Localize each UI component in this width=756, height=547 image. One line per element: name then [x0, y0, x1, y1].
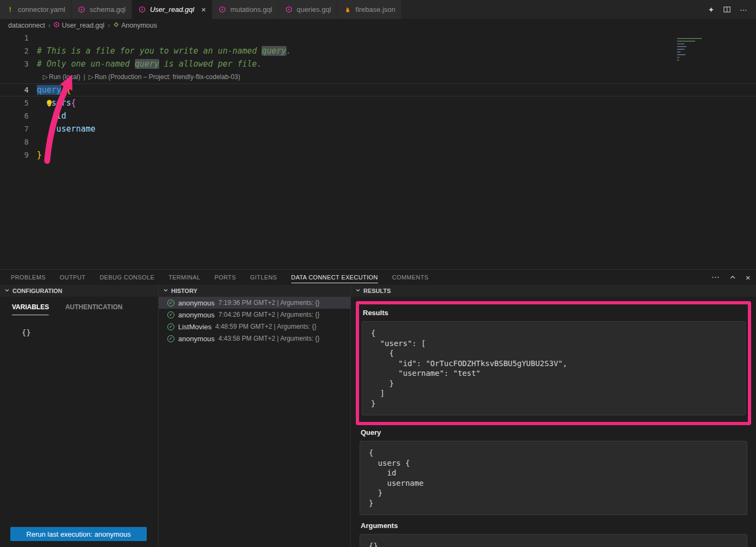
play-icon: ▷ — [43, 73, 48, 81]
comment-text: is allowed per file. — [159, 59, 262, 69]
line-number: 2 — [0, 44, 37, 57]
breadcrumb-label: User_read.gql — [62, 22, 105, 29]
copilot-sparkle-icon[interactable]: ✦ — [708, 5, 714, 14]
codelens-run-local[interactable]: ▷Run (local) — [43, 73, 80, 81]
lightbulb-icon[interactable] — [45, 99, 53, 107]
codelens-run-production[interactable]: ▷Run (Production – Project: friendly-fli… — [88, 73, 240, 81]
panel-tab-debug-console[interactable]: DEBUG CONSOLE — [100, 271, 154, 283]
results-header[interactable]: RESULTS — [351, 285, 756, 297]
panel-tab-comments[interactable]: COMMENTS — [392, 271, 428, 283]
tab-firebase-json[interactable]: firebase.json — [337, 0, 402, 19]
section-title: HISTORY — [171, 288, 197, 294]
check-circle-icon: ✓ — [167, 299, 174, 307]
history-item-name: anonymous — [178, 335, 214, 343]
breadcrumb: dataconnect › User_read.gql › Anonymous — [0, 19, 756, 31]
arguments-label: Arguments — [361, 522, 747, 530]
close-panel-icon[interactable]: × — [746, 273, 751, 282]
brace: } — [37, 150, 42, 160]
line-number: 1 — [0, 31, 37, 44]
more-actions-icon[interactable]: ⋯ — [740, 5, 747, 14]
breadcrumb-item-dataconnect[interactable]: dataconnect — [8, 22, 45, 29]
section-title: RESULTS — [363, 288, 391, 294]
more-actions-icon[interactable]: ⋯ — [711, 272, 719, 282]
configuration-header[interactable]: CONFIGURATION — [0, 285, 158, 297]
graphql-icon — [138, 6, 146, 13]
history-item[interactable]: ✓ anonymous 7:04:26 PM GMT+2 | Arguments… — [159, 309, 350, 321]
split-editor-icon[interactable] — [723, 5, 731, 14]
brace: { — [71, 98, 76, 108]
panel-tab-terminal[interactable]: TERMINAL — [168, 271, 200, 283]
history-section: HISTORY ✓ anonymous 7:19:36 PM GMT+2 | A… — [159, 285, 351, 547]
query-text: { users { id username } } — [360, 441, 747, 515]
codelens-label: Run (local) — [49, 73, 80, 81]
tab-label: queries.gql — [297, 5, 331, 14]
code-line: 3 # Only one un-named query is allowed p… — [0, 57, 756, 70]
history-item[interactable]: ✓ anonymous 7:19:36 PM GMT+2 | Arguments… — [159, 297, 350, 309]
tab-mutations-gql[interactable]: mutations.gql — [212, 0, 278, 19]
maximize-panel-icon[interactable] — [729, 274, 736, 281]
tab-label: firebase.json — [355, 5, 395, 14]
tab-queries-gql[interactable]: queries.gql — [279, 0, 338, 19]
panel-tab-ports[interactable]: PORTS — [214, 271, 236, 283]
panel-actions: ⋯ × — [711, 272, 751, 282]
history-item-detail: 4:48:59 PM GMT+2 | Arguments: {} — [215, 323, 316, 330]
brace: { — [66, 85, 71, 95]
field-id: id — [37, 111, 66, 121]
space — [61, 85, 66, 95]
code-line: 5 users{ — [0, 96, 756, 109]
configuration-tabs: VARIABLES AUTHENTICATION — [12, 303, 158, 315]
panel-tab-output[interactable]: OUTPUT — [60, 271, 86, 283]
code-editor[interactable]: 1 2 # This is a file for you to write an… — [0, 31, 756, 269]
code-line-current: 4 query { — [0, 83, 756, 96]
history-item-detail: 4:43:58 PM GMT+2 | Arguments: {} — [218, 335, 320, 342]
arguments-text: {} — [360, 534, 747, 547]
history-item-detail: 7:19:36 PM GMT+2 | Arguments: {} — [218, 299, 320, 307]
history-header[interactable]: HISTORY — [159, 285, 350, 297]
history-item-name: ListMovies — [178, 323, 211, 331]
minimap[interactable] — [677, 34, 709, 62]
panel-tab-gitlens[interactable]: GITLENS — [250, 271, 277, 283]
close-icon[interactable]: × — [201, 5, 206, 14]
line-number: 6 — [0, 109, 37, 122]
bottom-panel: PROBLEMS OUTPUT DEBUG CONSOLE TERMINAL P… — [0, 269, 756, 547]
chevron-down-icon — [163, 288, 168, 294]
chevron-down-icon — [355, 288, 361, 294]
line-number: 8 — [0, 135, 37, 148]
graphql-icon — [218, 6, 226, 13]
play-icon: ▷ — [88, 73, 93, 81]
configuration-section: CONFIGURATION VARIABLES AUTHENTICATION {… — [0, 285, 159, 547]
tab-variables[interactable]: VARIABLES — [12, 303, 49, 315]
tab-label: User_read.gql — [150, 5, 194, 14]
comment-text: . — [286, 46, 291, 56]
symbol-operation-icon — [113, 22, 119, 29]
history-item[interactable]: ✓ anonymous 4:43:58 PM GMT+2 | Arguments… — [159, 333, 350, 344]
brace: } — [37, 137, 51, 147]
field-username: username — [37, 124, 95, 134]
tab-label: connector.yaml — [18, 5, 65, 14]
tab-user-read-gql[interactable]: User_read.gql × — [132, 0, 212, 19]
panel-tab-problems[interactable]: PROBLEMS — [11, 271, 45, 283]
line-number: 4 — [0, 83, 37, 96]
check-circle-icon: ✓ — [167, 323, 174, 330]
breadcrumb-item-anonymous[interactable]: Anonymous — [113, 22, 157, 29]
rerun-last-execution-button[interactable]: Rerun last execution: anonymous — [10, 527, 147, 541]
line-number: 3 — [0, 57, 37, 70]
tab-connector-yaml[interactable]: ! connector.yaml — [0, 0, 71, 19]
history-item[interactable]: ✓ ListMovies 4:48:59 PM GMT+2 | Argument… — [159, 321, 350, 333]
breadcrumb-separator: › — [48, 22, 50, 29]
breadcrumb-separator: › — [108, 22, 110, 29]
yaml-icon: ! — [6, 6, 14, 14]
annotation-highlight-box: Results { "users": [ { "id": "OrTucFODZH… — [356, 301, 751, 425]
tab-schema-gql[interactable]: schema.gql — [71, 0, 132, 19]
chevron-down-icon — [4, 288, 10, 294]
code-line: 9 } — [0, 148, 756, 161]
code-line: 2 # This is a file for you to write an u… — [0, 44, 756, 57]
variables-editor[interactable]: {} — [22, 328, 158, 337]
breadcrumb-item-file[interactable]: User_read.gql — [54, 22, 105, 29]
tab-authentication[interactable]: AUTHENTICATION — [65, 303, 122, 315]
highlighted-word: query — [262, 46, 286, 56]
panel-tab-data-connect-execution[interactable]: DATA CONNECT EXECUTION — [291, 271, 378, 283]
section-title: CONFIGURATION — [12, 288, 62, 294]
graphql-icon — [54, 22, 60, 29]
comment-text: # This is a file for you to write an un-… — [37, 46, 262, 56]
